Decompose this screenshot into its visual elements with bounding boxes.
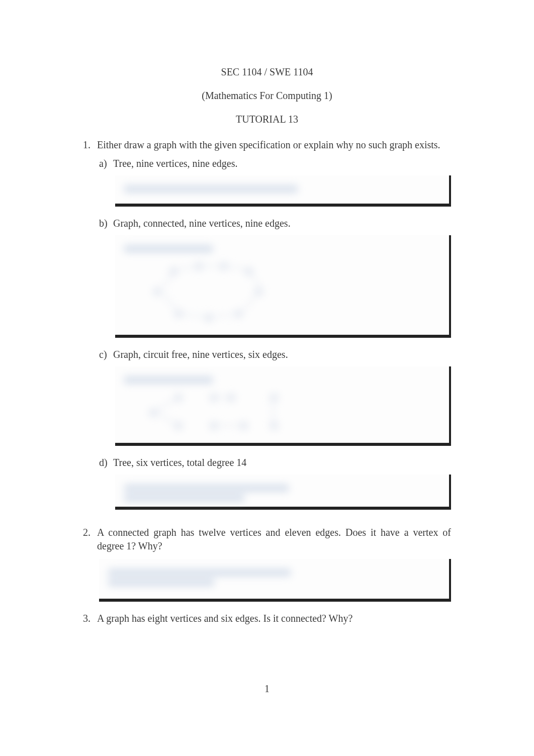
q1b: b) Graph, connected, nine vertices, nine… xyxy=(99,217,451,230)
answer-box-c xyxy=(115,366,451,446)
q1b-text: Graph, connected, nine vertices, nine ed… xyxy=(113,217,451,230)
q1a-text: Tree, nine vertices, nine edges. xyxy=(113,157,451,170)
q1d: d) Tree, six vertices, total degree 14 xyxy=(99,456,451,469)
q1c-label: c) xyxy=(99,348,113,361)
question-3: 3. A graph has eight vertices and six ed… xyxy=(83,612,451,625)
answer-box-2 xyxy=(99,559,451,602)
tutorial-number: TUTORIAL 13 xyxy=(83,113,451,126)
answer-box-a xyxy=(115,175,451,207)
q2-text: A connected graph has twelve vertices an… xyxy=(97,526,451,553)
q3-number: 3. xyxy=(83,612,97,625)
q1b-label: b) xyxy=(99,217,113,230)
q1d-text: Tree, six vertices, total degree 14 xyxy=(113,456,451,469)
course-code: SEC 1104 / SWE 1104 xyxy=(83,65,451,79)
hidden-answer-a xyxy=(115,175,449,203)
cycle-graph-sketch xyxy=(139,258,270,324)
hidden-answer-b xyxy=(115,235,449,335)
q1c: c) Graph, circuit free, nine vertices, s… xyxy=(99,348,451,361)
hidden-answer-d xyxy=(115,475,449,512)
forest-graph-sketch xyxy=(139,389,300,434)
q2-number: 2. xyxy=(83,526,97,553)
answer-box-d xyxy=(115,475,451,510)
answer-box-b xyxy=(115,235,451,338)
q1a-label: a) xyxy=(99,157,113,170)
q1d-label: d) xyxy=(99,456,113,469)
q3-text: A graph has eight vertices and six edges… xyxy=(97,612,451,625)
q1-number: 1. xyxy=(83,138,97,520)
page: SEC 1104 / SWE 1104 (Mathematics For Com… xyxy=(0,0,534,625)
page-number: 1 xyxy=(0,683,534,695)
course-subtitle: (Mathematics For Computing 1) xyxy=(83,89,451,103)
q1-text: Either draw a graph with the given speci… xyxy=(97,138,451,520)
question-1: 1. Either draw a graph with the given sp… xyxy=(83,138,451,520)
question-2: 2. A connected graph has twelve vertices… xyxy=(83,526,451,553)
q1a: a) Tree, nine vertices, nine edges. xyxy=(99,157,451,170)
hidden-answer-2 xyxy=(99,559,449,596)
q1c-text: Graph, circuit free, nine vertices, six … xyxy=(113,348,451,361)
hidden-answer-c xyxy=(115,366,449,443)
